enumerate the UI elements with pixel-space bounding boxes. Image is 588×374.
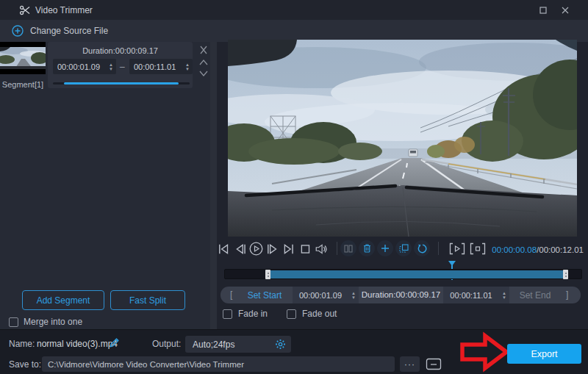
move-up-chevron-icon[interactable] [198, 58, 209, 67]
segment-thumbnail-image [0, 42, 46, 74]
divider [337, 242, 337, 255]
export-label: Export [531, 349, 557, 359]
segment-end-time-value: 00:00:11.01 [129, 62, 182, 71]
stop-segment-button[interactable] [470, 242, 486, 255]
split-button[interactable] [340, 240, 356, 256]
distant-vehicle [409, 149, 417, 157]
trim-start-value: 00:00:01.09 [293, 291, 348, 300]
fast-split-button[interactable]: Fast Split [110, 290, 185, 310]
segment-end-time-input[interactable]: 00:00:11.01 ▲ ▼ [129, 59, 193, 74]
segment-name-label: Segment[1] [0, 80, 46, 89]
stop-button[interactable] [299, 243, 312, 255]
add-circle-icon [12, 25, 24, 37]
merge-into-one-option[interactable]: Merge into one [9, 317, 82, 327]
trash-icon [363, 244, 371, 253]
skip-start-button[interactable] [218, 243, 231, 255]
add-segment-button[interactable]: Add Segment [22, 290, 104, 310]
move-down-chevron-icon[interactable] [198, 69, 209, 78]
current-time: 00:00:00.08 [492, 245, 537, 254]
name-label: Name: [9, 339, 35, 349]
spinner-arrows[interactable]: ▲ ▼ [348, 291, 359, 300]
fade-out-checkbox[interactable] [287, 309, 296, 319]
add-button[interactable] [377, 240, 393, 256]
remove-segment-icon[interactable] [198, 46, 209, 54]
fade-in-checkbox[interactable] [223, 309, 232, 319]
trim-end-handle[interactable] [563, 270, 568, 279]
spinner-arrows[interactable]: ▲ ▼ [182, 62, 193, 71]
trim-start-handle[interactable] [265, 270, 270, 279]
save-to-label: Save to: [9, 359, 41, 370]
output-format-selector[interactable]: Auto;24fps [185, 336, 291, 353]
dashboard [228, 185, 577, 237]
range-separator: – [120, 62, 125, 72]
volume-button[interactable] [315, 243, 328, 255]
merge-label: Merge into one [24, 317, 82, 327]
plus-icon [381, 244, 390, 253]
toolbar: Change Source File [0, 20, 588, 42]
fast-split-label: Fast Split [129, 295, 166, 306]
merge-checkbox[interactable] [9, 317, 18, 327]
window-title: Video Trimmer [35, 5, 93, 15]
trim-duration-label: Duration:00:00:09.17 [359, 290, 443, 299]
set-start-button[interactable]: Set Start [243, 290, 287, 301]
divider [438, 242, 439, 255]
preview-panel: 00:00:00.08/00:00:12.01 [ Set Start 00:0… [217, 42, 588, 329]
copy-segment-button[interactable] [395, 240, 412, 256]
skip-end-button[interactable] [282, 243, 295, 255]
change-source-file-label: Change Source File [30, 26, 108, 36]
trim-end-input[interactable]: 00:00:11.01 ▲ ▼ [443, 287, 509, 303]
set-end-button[interactable]: Set End [513, 290, 557, 301]
timeline-selection[interactable] [270, 270, 563, 278]
segment-card: Duration:00:00:09.17 00:00:01.09 ▲ ▼ – 0… [48, 42, 193, 88]
split-icon [344, 245, 353, 253]
spinner-arrows[interactable]: ▲ ▼ [106, 62, 116, 71]
spinner-down-icon[interactable]: ▼ [109, 67, 113, 71]
footer-bar: Name: normal video(3).mp4 Output: Auto;2… [0, 329, 588, 374]
spinner-down-icon[interactable]: ▼ [351, 295, 356, 300]
end-bracket-icon: ] [566, 290, 568, 300]
output-settings-gear-icon[interactable] [275, 339, 286, 350]
play-segment-button[interactable] [449, 242, 465, 255]
timeline-track[interactable] [224, 269, 582, 279]
scissors-icon [19, 4, 31, 16]
file-name-value: normal video(3).mp4 [37, 339, 118, 349]
fade-out-label: Fade out [302, 309, 337, 319]
trim-start-input[interactable]: 00:00:01.09 ▲ ▼ [293, 287, 359, 303]
segment-start-time-value: 00:00:01.09 [53, 62, 106, 71]
segment-start-time-input[interactable]: 00:00:01.09 ▲ ▼ [53, 59, 116, 74]
change-source-file-button[interactable]: Change Source File [7, 23, 112, 39]
copy-icon [399, 244, 409, 253]
save-path-input[interactable]: C:\Vidmore\Vidmore Video Converter\Video… [42, 356, 395, 372]
spinner-arrows[interactable]: ▲ ▼ [499, 291, 509, 300]
title-bar: Video Trimmer [0, 0, 588, 20]
close-button[interactable] [559, 4, 571, 16]
fade-in-label: Fade in [238, 309, 268, 319]
export-button[interactable]: Export [507, 344, 581, 364]
video-preview [228, 40, 577, 237]
spinner-down-icon[interactable]: ▼ [502, 295, 506, 300]
spinner-down-icon[interactable]: ▼ [185, 67, 190, 71]
export-arrow-annotation [460, 331, 509, 373]
dashcam-video-still [228, 40, 577, 237]
browse-folder-button[interactable]: ··· [400, 356, 420, 372]
step-back-button[interactable] [234, 243, 248, 255]
segment-progress-track[interactable] [53, 82, 190, 84]
open-folder-icon[interactable] [426, 358, 442, 370]
play-button[interactable] [249, 242, 263, 256]
undo-rotate-icon [417, 244, 427, 253]
start-bracket-icon: [ [230, 290, 232, 300]
output-label: Output: [152, 339, 181, 349]
step-forward-button[interactable] [266, 243, 279, 255]
trim-end-value: 00:00:11.01 [443, 291, 499, 300]
delete-button[interactable] [359, 240, 375, 256]
segment-thumbnail[interactable] [0, 42, 46, 74]
segment-progress-fill [64, 82, 179, 84]
video-trimmer-window: Video Trimmer Change Source File [0, 0, 588, 374]
output-format-value: Auto;24fps [185, 339, 275, 350]
reset-button[interactable] [414, 240, 430, 256]
maximize-button[interactable] [537, 4, 549, 16]
scrollbar-track[interactable] [210, 42, 217, 329]
segment-duration-text: Duration:00:00:09.17 [48, 46, 193, 55]
total-time: /00:00:12.01 [537, 245, 584, 254]
edit-name-pencil-icon[interactable] [109, 337, 120, 348]
